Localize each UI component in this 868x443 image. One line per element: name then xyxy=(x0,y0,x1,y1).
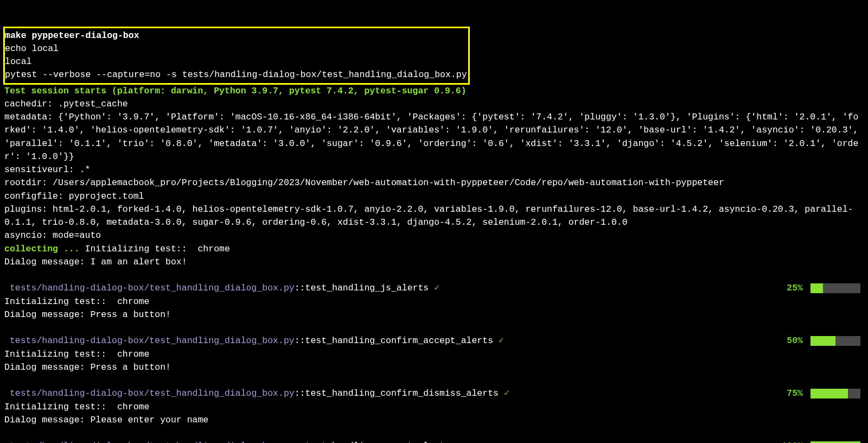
progress-bar-fill xyxy=(810,336,835,346)
check-icon: ✓ xyxy=(499,336,504,346)
progress-percent: 50% xyxy=(787,334,803,347)
sensitiveurl-line: sensitiveurl: .* xyxy=(4,163,864,176)
session-header: Test session starts (platform: darwin, P… xyxy=(4,85,864,98)
test-name: test_handling_prompt_alerts xyxy=(305,441,456,443)
metadata-line: metadata: {'Python': '3.9.7', 'Platform'… xyxy=(4,111,864,163)
dialog-message-line: Dialog message: Please enter your name xyxy=(4,414,864,427)
dialog-message-line: Dialog message: Press a button! xyxy=(4,361,864,374)
echo-output: local xyxy=(5,55,467,68)
rootdir-line: rootdir: /Users/applemacbook_pro/Project… xyxy=(4,176,864,189)
test-sep: :: xyxy=(295,388,305,398)
progress-percent: 75% xyxy=(787,387,803,400)
check-icon: ✓ xyxy=(434,283,439,293)
check-icon: ✓ xyxy=(504,388,509,398)
test-name: test_handling_confirm_dismiss_alerts xyxy=(305,388,504,398)
test-sep: :: xyxy=(295,283,305,293)
test-path: tests/handling-dialog-box/test_handling_… xyxy=(4,441,295,443)
test-sep: :: xyxy=(295,441,305,443)
make-command: make pyppeteer-dialog-box xyxy=(5,29,467,42)
progress-bar xyxy=(810,389,860,398)
progress-percent: 100% xyxy=(781,440,803,443)
configfile-line: configfile: pyproject.toml xyxy=(4,190,864,203)
echo-command: echo local xyxy=(5,42,467,55)
check-icon: ✓ xyxy=(456,441,461,443)
pytest-command: pytest --verbose --capture=no -s tests/h… xyxy=(5,68,467,81)
dialog-message-line: Dialog message: Press a button! xyxy=(4,308,864,321)
test-name: test_handling_js_alerts xyxy=(305,283,435,293)
test-result-row: tests/handling-dialog-box/test_handling_… xyxy=(4,440,864,443)
test-path: tests/handling-dialog-box/test_handling_… xyxy=(4,336,295,346)
test-result-row: tests/handling-dialog-box/test_handling_… xyxy=(4,387,864,400)
progress-bar xyxy=(810,283,860,293)
test-result-row: tests/handling-dialog-box/test_handling_… xyxy=(4,282,864,295)
test-path: tests/handling-dialog-box/test_handling_… xyxy=(4,388,295,398)
highlighted-command-block: make pyppeteer-dialog-boxecho locallocal… xyxy=(3,27,470,85)
collecting-line: collecting ... Initializing test:: chrom… xyxy=(4,243,864,256)
test-result-row: tests/handling-dialog-box/test_handling_… xyxy=(4,334,864,347)
initializing-line: Initializing test:: chrome xyxy=(4,348,864,361)
progress-bar-fill xyxy=(810,389,848,398)
test-path: tests/handling-dialog-box/test_handling_… xyxy=(4,283,295,293)
progress-bar xyxy=(810,336,860,346)
initializing-line: Initializing test:: chrome xyxy=(4,295,864,308)
plugins-line: plugins: html-2.0.1, forked-1.4.0, helio… xyxy=(4,203,864,230)
cachedir-line: cachedir: .pytest_cache xyxy=(4,98,864,111)
test-sep: :: xyxy=(295,336,305,346)
dialog-message-line: Dialog message: I am an alert box! xyxy=(4,256,864,269)
progress-bar-fill xyxy=(810,283,823,293)
progress-percent: 25% xyxy=(787,282,803,295)
test-name: test_handling_confirm_accept_alerts xyxy=(305,336,499,346)
initializing-line: Initializing test:: chrome xyxy=(4,401,864,414)
terminal-output[interactable]: make pyppeteer-dialog-boxecho locallocal… xyxy=(0,0,868,443)
asyncio-line: asyncio: mode=auto xyxy=(4,229,864,242)
